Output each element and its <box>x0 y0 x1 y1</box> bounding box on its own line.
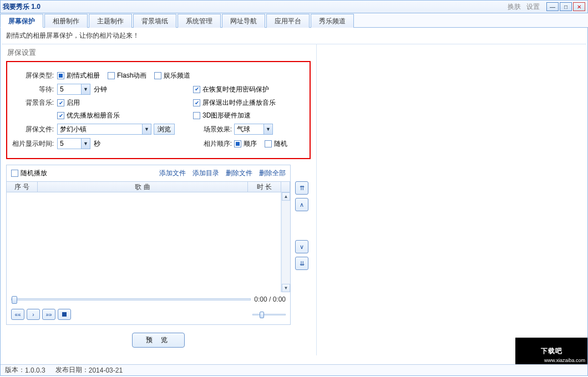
scroll-down-icon[interactable]: ▼ <box>282 284 290 292</box>
type-flash-checkbox[interactable]: Flash动画 <box>108 71 146 80</box>
chevron-down-icon: ▼ <box>81 84 90 94</box>
photo-time-label: 相片显示时间: <box>9 139 54 149</box>
type-label: 屏保类型: <box>9 71 54 80</box>
tab-channel[interactable]: 秀乐频道 <box>311 14 354 28</box>
tab-screensaver[interactable]: 屏幕保护 <box>0 14 43 28</box>
volume-slider[interactable] <box>252 314 286 315</box>
preview-button[interactable]: 预 览 <box>132 333 185 348</box>
maximize-button[interactable]: □ <box>560 2 572 11</box>
browse-button[interactable]: 浏览 <box>154 124 175 135</box>
del-file-link[interactable]: 删除文件 <box>226 169 252 178</box>
tab-platform[interactable]: 应用平台 <box>266 14 310 28</box>
version-label: 版本： <box>5 365 25 375</box>
chevron-down-icon: ▼ <box>81 139 90 149</box>
type-drama-checkbox[interactable]: 剧情式相册 <box>57 71 100 80</box>
close-button[interactable]: ✕ <box>573 2 585 11</box>
settings-panel: 屏保类型: 剧情式相册 Flash动画 娱乐频道 等待: 5▼ 分钟 在恢复时使… <box>6 61 311 159</box>
del-all-link[interactable]: 删除全部 <box>259 169 286 178</box>
password-checkbox[interactable]: 在恢复时使用密码保护 <box>193 85 269 94</box>
add-file-link[interactable]: 添加文件 <box>159 169 186 178</box>
tab-wallpaper[interactable]: 背景墙纸 <box>133 14 176 28</box>
version-value: 1.0.0.3 <box>25 366 45 374</box>
playlist-body: ▲ ▼ <box>7 192 290 292</box>
tab-system[interactable]: 系统管理 <box>178 14 221 28</box>
play-button[interactable]: › <box>27 309 40 320</box>
order-label: 相片顺序: <box>193 139 232 149</box>
next-button[interactable]: »» <box>42 309 55 320</box>
type-entertainment-checkbox[interactable]: 娱乐频道 <box>154 71 190 80</box>
app-title: 我要秀乐 1.0 <box>3 2 40 12</box>
random-play-checkbox[interactable]: 随机播放 <box>11 169 47 178</box>
move-top-button[interactable]: ⇈ <box>295 181 308 195</box>
tab-theme[interactable]: 主题制作 <box>89 14 132 28</box>
time-display: 0:00 / 0:00 <box>254 296 286 303</box>
site-url: www.xiazaiba.com <box>544 358 585 363</box>
skin-link[interactable]: 换肤 <box>508 2 521 12</box>
settings-link[interactable]: 设置 <box>526 2 540 12</box>
bgm-enable-checkbox[interactable]: 启用 <box>57 98 80 108</box>
photo-time-unit: 秒 <box>94 139 100 149</box>
content-area: 剧情式的相册屏幕保护，让你的相片动起来！ 屏保设置 屏保类型: 剧情式相册 Fl… <box>0 28 588 376</box>
move-up-button[interactable]: ∧ <box>295 198 308 211</box>
col-index: 序 号 <box>7 182 38 192</box>
section-title: 屏保设置 <box>7 48 311 58</box>
photo-time-select[interactable]: 5▼ <box>57 138 90 149</box>
page-subtitle: 剧情式的相册屏幕保护，让你的相片动起来！ <box>1 28 587 44</box>
scroll-up-icon[interactable]: ▲ <box>282 192 290 201</box>
hw3d-checkbox[interactable]: 3D图形硬件加速 <box>193 111 251 120</box>
playlist-header: 序 号 歌 曲 时 长 <box>7 181 290 192</box>
stop-button[interactable] <box>58 309 71 320</box>
tab-nav[interactable]: 网址导航 <box>222 14 265 28</box>
right-panel <box>317 44 587 355</box>
order-seq-checkbox[interactable]: 顺序 <box>234 139 257 149</box>
slider-thumb[interactable] <box>12 296 17 304</box>
prev-button[interactable]: «« <box>11 309 24 320</box>
reorder-buttons: ⇈ ∧ ∨ ⇊ <box>294 165 311 325</box>
playlist-scrollbar[interactable]: ▲ ▼ <box>281 192 290 292</box>
wait-unit: 分钟 <box>94 85 107 94</box>
titlebar: 我要秀乐 1.0 换肤 设置 — □ ✕ <box>0 0 588 13</box>
wait-label: 等待: <box>9 85 54 94</box>
wait-select[interactable]: 5▼ <box>57 84 90 95</box>
player-panel: 随机播放 添加文件 添加目录 删除文件 删除全部 序 号 歌 曲 时 长 <box>6 165 291 325</box>
move-down-button[interactable]: ∨ <box>295 240 308 253</box>
file-select[interactable]: 梦幻小镇▼ <box>57 124 151 135</box>
minimize-button[interactable]: — <box>546 2 559 11</box>
chevron-down-icon: ▼ <box>263 124 272 134</box>
col-song: 歌 曲 <box>38 182 248 192</box>
date-value: 2014-03-21 <box>89 366 123 374</box>
scene-label: 场景效果: <box>193 125 232 134</box>
add-dir-link[interactable]: 添加目录 <box>192 169 219 178</box>
order-rand-checkbox[interactable]: 随机 <box>265 139 287 149</box>
file-label: 屏保文件: <box>9 125 54 134</box>
date-label: 发布日期： <box>55 365 89 375</box>
move-bottom-button[interactable]: ⇊ <box>295 257 308 270</box>
scene-select[interactable]: 气球▼ <box>234 124 273 135</box>
bgm-label: 背景音乐: <box>9 98 54 108</box>
col-duration: 时 长 <box>248 182 281 192</box>
progress-slider[interactable] <box>11 298 251 300</box>
tab-album[interactable]: 相册制作 <box>44 14 88 28</box>
statusbar: 版本： 1.0.0.3 发布日期： 2014-03-21 <box>1 364 587 375</box>
stop-music-checkbox[interactable]: 屏保退出时停止播放音乐 <box>193 98 276 108</box>
main-tabs: 屏幕保护 相册制作 主题制作 背景墙纸 系统管理 网址导航 应用平台 秀乐频道 <box>0 13 588 28</box>
chevron-down-icon: ▼ <box>142 124 151 134</box>
prefer-album-music-checkbox[interactable]: 优先播放相册音乐 <box>57 111 120 120</box>
volume-thumb[interactable] <box>260 312 264 318</box>
